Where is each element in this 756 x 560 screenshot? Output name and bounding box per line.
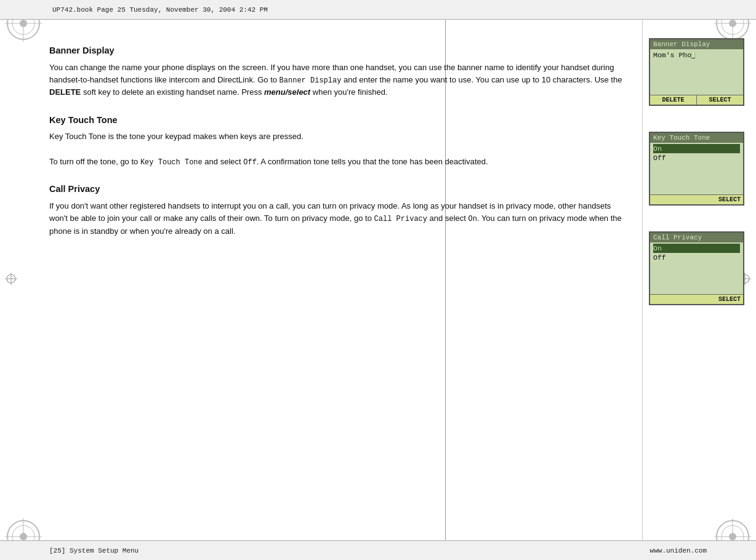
screen-row-ktt-off: Off xyxy=(653,153,740,162)
call-privacy-body: If you don't want other registered hands… xyxy=(49,200,624,238)
call-privacy-section: Call Privacy If you don't want other reg… xyxy=(49,183,624,238)
footer-right: www.uniden.com xyxy=(650,547,707,554)
banner-display-title: Banner Display xyxy=(49,44,624,58)
screen-row-momsphone: Mom's Pho█ xyxy=(653,50,740,60)
delete-button[interactable]: DELETE xyxy=(650,95,696,105)
screen-footer-ktt: SELECT xyxy=(650,194,743,204)
footer-bar: [25] System Setup Menu www.uniden.com xyxy=(0,540,756,560)
panel-column: Banner Display Mom's Pho█ DELETE SELECT … xyxy=(642,20,756,540)
key-touch-tone-section: Key Touch Tone Key Touch Tone is the ton… xyxy=(49,114,624,169)
page-content: Banner Display You can change the name y… xyxy=(0,20,756,540)
banner-display-section: Banner Display You can change the name y… xyxy=(49,44,624,99)
header-bar: UP742.book Page 25 Tuesday, November 30,… xyxy=(0,0,756,20)
screen-body-ktt: On Off xyxy=(650,143,743,194)
key-touch-tone-title: Key Touch Tone xyxy=(49,114,624,127)
footer-left: [25] System Setup Menu xyxy=(49,547,139,554)
screen-body-banner: Mom's Pho█ xyxy=(650,49,743,95)
screen-header-banner: Banner Display xyxy=(650,39,743,49)
header-text: UP742.book Page 25 Tuesday, November 30,… xyxy=(52,6,268,14)
key-touch-tone-body: Key Touch Tone is the tone your keypad m… xyxy=(49,130,624,168)
screen-row-cp-off: Off xyxy=(653,253,740,262)
screen-header-cp: Call Privacy xyxy=(650,233,743,242)
banner-display-screen: Banner Display Mom's Pho█ DELETE SELECT xyxy=(649,38,744,106)
key-touch-tone-screen: Key Touch Tone On Off SELECT xyxy=(649,132,744,206)
screen-row-ktt-on: On xyxy=(653,144,740,153)
banner-display-body: You can change the name your phone displ… xyxy=(49,62,624,99)
text-column: Banner Display You can change the name y… xyxy=(0,20,642,540)
screen-row-cp-on: On xyxy=(653,244,740,253)
screen-footer-banner: DELETE SELECT xyxy=(650,95,743,105)
screen-body-cp: On Off xyxy=(650,242,743,294)
screen-header-ktt: Key Touch Tone xyxy=(650,133,743,143)
select-button-banner[interactable]: SELECT xyxy=(696,95,743,105)
select-button-cp[interactable]: SELECT xyxy=(650,295,743,304)
screen-footer-cp: SELECT xyxy=(650,294,743,304)
call-privacy-screen: Call Privacy On Off SELECT xyxy=(649,231,744,305)
call-privacy-title: Call Privacy xyxy=(49,183,624,196)
select-button-ktt[interactable]: SELECT xyxy=(650,195,743,204)
